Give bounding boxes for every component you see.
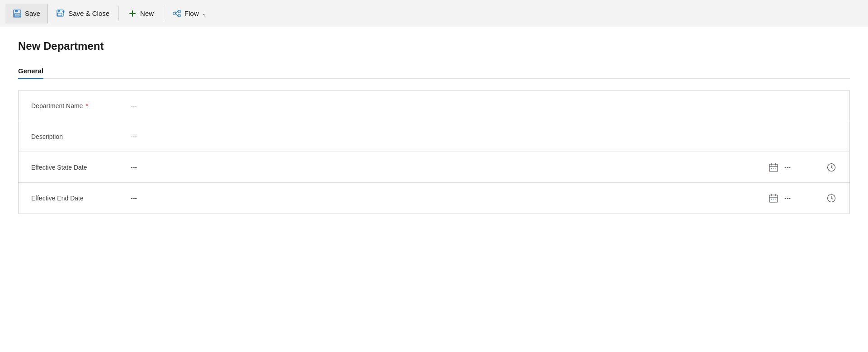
svg-rect-18 xyxy=(775,199,776,200)
svg-rect-11 xyxy=(771,168,772,169)
svg-rect-8 xyxy=(178,10,180,13)
flow-chevron-icon: ⌄ xyxy=(202,10,207,17)
save-label: Save xyxy=(25,10,40,17)
effective-end-time-value[interactable]: --- xyxy=(784,195,821,202)
tab-general[interactable]: General xyxy=(18,63,43,78)
effective-state-time-value[interactable]: --- xyxy=(784,164,821,171)
effective-end-date-time-icon[interactable] xyxy=(826,193,837,204)
effective-state-date-time-icon[interactable] xyxy=(826,162,837,173)
svg-rect-17 xyxy=(773,199,774,200)
new-button[interactable]: New xyxy=(122,4,160,24)
save-close-button[interactable]: Save & Close xyxy=(50,4,116,24)
svg-rect-6 xyxy=(57,13,62,16)
new-icon xyxy=(128,9,137,18)
flow-label: Flow xyxy=(184,10,199,17)
toolbar: Save Save & Close New xyxy=(0,0,868,27)
toolbar-divider-1 xyxy=(118,6,119,21)
toolbar-divider-2 xyxy=(163,6,163,21)
svg-rect-7 xyxy=(173,12,175,14)
svg-rect-9 xyxy=(178,14,180,17)
new-label: New xyxy=(140,10,154,17)
save-close-icon xyxy=(56,9,65,18)
form-row-description: Description --- xyxy=(19,121,849,152)
effective-state-date-right: --- xyxy=(768,162,837,173)
effective-end-date-value[interactable]: --- xyxy=(131,195,221,202)
form-row-effective-state-date: Effective State Date --- --- xyxy=(19,152,849,183)
svg-rect-16 xyxy=(771,199,772,200)
effective-state-date-label: Effective State Date xyxy=(31,164,131,171)
effective-state-date-inner: --- --- xyxy=(131,162,837,173)
form-container: Department Name* --- Description --- Eff… xyxy=(18,90,850,214)
save-icon xyxy=(13,9,22,18)
description-value[interactable]: --- xyxy=(131,133,837,140)
main-content: New Department General Department Name* … xyxy=(0,27,868,227)
form-row-effective-end-date: Effective End Date --- --- xyxy=(19,183,849,214)
flow-icon xyxy=(172,9,181,18)
form-row-department-name: Department Name* --- xyxy=(19,90,849,121)
svg-rect-12 xyxy=(773,168,774,169)
effective-end-date-label: Effective End Date xyxy=(31,195,131,202)
save-close-label: Save & Close xyxy=(68,10,109,17)
svg-rect-1 xyxy=(15,10,18,12)
department-name-label: Department Name* xyxy=(31,102,131,109)
required-indicator: * xyxy=(85,102,88,109)
description-label: Description xyxy=(31,133,131,140)
effective-end-date-inner: --- --- xyxy=(131,193,837,204)
tabs: General xyxy=(18,63,850,79)
effective-state-date-value[interactable]: --- xyxy=(131,164,221,171)
svg-rect-3 xyxy=(15,14,19,16)
save-button[interactable]: Save xyxy=(5,4,48,24)
effective-state-date-calendar-icon[interactable] xyxy=(768,162,779,173)
svg-rect-13 xyxy=(775,168,776,169)
flow-button[interactable]: Flow ⌄ xyxy=(166,4,213,24)
effective-end-date-calendar-icon[interactable] xyxy=(768,193,779,204)
department-name-value[interactable]: --- xyxy=(131,102,837,109)
svg-rect-5 xyxy=(58,10,60,12)
page-title: New Department xyxy=(18,40,850,52)
effective-end-date-right: --- xyxy=(768,193,837,204)
